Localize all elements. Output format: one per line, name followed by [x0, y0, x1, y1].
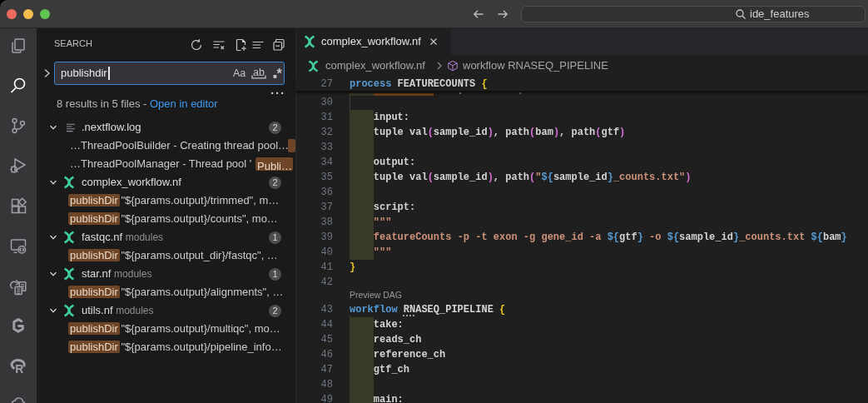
svg-text:R: R — [15, 362, 23, 376]
svg-text:ab: ab — [253, 67, 265, 78]
svg-text:*: * — [277, 67, 283, 81]
